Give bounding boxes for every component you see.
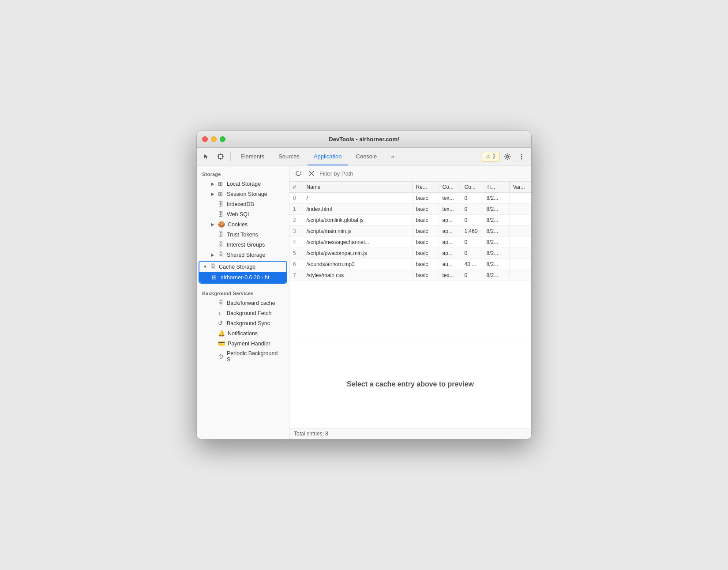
toolbar: Elements Sources Application Console » ⚠… [197, 148, 531, 165]
table-row[interactable]: 4 /scripts/messagechannel... basic ap...… [289, 237, 531, 248]
svg-point-6 [521, 154, 522, 155]
dots-icon [521, 153, 522, 160]
cell-var [509, 215, 531, 226]
cell-num: 2 [289, 215, 303, 226]
settings-button[interactable] [501, 150, 514, 163]
window-title: DevTools - airhorner.com/ [329, 136, 399, 142]
table-row[interactable]: 5 /scripts/pwacompat.min.js basic ap... … [289, 248, 531, 259]
cell-re: basic [412, 226, 439, 237]
close-button[interactable] [202, 136, 208, 142]
col-header-ti: Ti... [483, 182, 509, 193]
sidebar-item-notifications[interactable]: ▶ 🔔 Notifications [199, 328, 287, 338]
cell-co2: 1,460 [461, 226, 483, 237]
cursor-icon-button[interactable] [200, 150, 213, 163]
arrow-icon: ▶ [211, 181, 215, 186]
cell-co1: tex... [439, 204, 461, 215]
preview-text: Select a cache entry above to preview [347, 380, 474, 388]
cell-re: basic [412, 204, 439, 215]
db-icon: 🗄 [218, 241, 224, 248]
cell-name: /scripts/messagechannel... [303, 237, 412, 248]
sidebar-item-session-storage[interactable]: ▶ ⊞ Session Storage [199, 189, 287, 199]
table-row[interactable]: 1 /index.html basic tex... 0 8/2... [289, 204, 531, 215]
filter-bar [289, 165, 531, 182]
cell-co1: tex... [439, 270, 461, 281]
table-row[interactable]: 3 /scripts/main.min.js basic ap... 1,460… [289, 226, 531, 237]
cache-entry-label: airhorner-0.6.20 - ht [221, 274, 269, 281]
cell-co1: ap... [439, 237, 461, 248]
main-content: Storage ▶ ⊞ Local Storage ▶ ⊞ Session St… [197, 165, 531, 439]
db-icon: 🗄 [210, 263, 216, 270]
minimize-button[interactable] [211, 136, 217, 142]
sidebar-item-web-sql[interactable]: ▶ 🗄 Web SQL [199, 209, 287, 219]
sidebar-item-background-sync[interactable]: ▶ ↺ Background Sync [199, 318, 287, 328]
cell-co2: 0 [461, 204, 483, 215]
sidebar-item-label: Back/forward cache [227, 300, 275, 306]
sidebar-item-back-forward-cache[interactable]: ▶ 🗄 Back/forward cache [199, 298, 287, 308]
table-row[interactable]: 0 / basic tex... 0 8/2... [289, 193, 531, 204]
arrow-icon: ▶ [211, 222, 215, 227]
cell-ti: 8/2... [483, 248, 509, 259]
warning-badge[interactable]: ⚠ 2 [482, 152, 499, 161]
sidebar-item-label: Background Sync [227, 320, 270, 326]
cell-num: 7 [289, 270, 303, 281]
cell-name: /scripts/comlink.global.js [303, 215, 412, 226]
table-row[interactable]: 7 /styles/main.css basic tex... 0 8/2... [289, 270, 531, 281]
filter-input[interactable] [319, 170, 528, 177]
sidebar-item-cache-storage[interactable]: ▼ 🗄 Cache Storage [199, 262, 286, 272]
sidebar-item-indexeddb[interactable]: ▶ 🗄 IndexedDB [199, 199, 287, 209]
sidebar-item-label: Notifications [228, 330, 258, 337]
more-menu-button[interactable] [515, 150, 528, 163]
down-arrow-icon: ▼ [203, 264, 207, 269]
sidebar-item-payment-handler[interactable]: ▶ 💳 Payment Handler [199, 338, 287, 349]
sidebar-item-label: Interest Groups [227, 242, 265, 248]
gear-icon [504, 153, 511, 160]
sidebar-item-trust-tokens[interactable]: ▶ 🗄 Trust Tokens [199, 229, 287, 240]
refresh-button[interactable] [293, 168, 304, 179]
cache-storage-container: ▼ 🗄 Cache Storage ⊞ airhorner-0.6.20 - h… [199, 261, 287, 284]
table-row[interactable]: 6 /sounds/airhorn.mp3 basic au... 40,...… [289, 259, 531, 270]
sidebar-item-background-fetch[interactable]: ▶ ↕ Background Fetch [199, 308, 287, 318]
tab-console[interactable]: Console [350, 148, 383, 165]
cell-co2: 0 [461, 270, 483, 281]
bell-icon: 🔔 [218, 330, 225, 337]
col-header-num: # [289, 182, 303, 193]
sidebar-item-cookies[interactable]: ▶ 🍪 Cookies [199, 219, 287, 229]
cell-ti: 8/2... [483, 226, 509, 237]
storage-section-label: Storage [197, 169, 289, 179]
cell-co1: ap... [439, 226, 461, 237]
clear-button[interactable] [306, 168, 317, 179]
svg-marker-9 [300, 171, 301, 172]
sidebar-item-periodic-background[interactable]: ▶ ⏱ Periodic Background S [199, 349, 287, 364]
sidebar-item-interest-groups[interactable]: ▶ 🗄 Interest Groups [199, 240, 287, 250]
cell-co2: 0 [461, 193, 483, 204]
sidebar-item-cache-entry[interactable]: ⊞ airhorner-0.6.20 - ht [199, 272, 286, 283]
content-panel: # Name Re... Co... Co... Ti... Var... 0 … [289, 165, 531, 439]
arrow-icon: ▶ [211, 191, 215, 196]
sidebar-item-local-storage[interactable]: ▶ ⊞ Local Storage [199, 179, 287, 189]
cookie-icon: 🍪 [218, 221, 225, 228]
svg-point-7 [521, 156, 522, 157]
cell-var [509, 248, 531, 259]
col-header-co1: Co... [439, 182, 461, 193]
cell-co2: 0 [461, 237, 483, 248]
storage-icon: ⊞ [218, 180, 224, 187]
cell-co1: ap... [439, 248, 461, 259]
grid-icon: ⊞ [212, 274, 218, 281]
title-bar: DevTools - airhorner.com/ [197, 131, 531, 148]
svg-point-5 [507, 155, 509, 158]
cell-name: /index.html [303, 204, 412, 215]
cell-name: /scripts/main.min.js [303, 226, 412, 237]
tab-more[interactable]: » [385, 148, 400, 165]
table-row[interactable]: 2 /scripts/comlink.global.js basic ap...… [289, 215, 531, 226]
fetch-icon: ↕ [218, 310, 224, 316]
tab-application[interactable]: Application [308, 148, 348, 165]
status-text: Total entries: 8 [294, 431, 328, 437]
cell-num: 0 [289, 193, 303, 204]
table-header-row: # Name Re... Co... Co... Ti... Var... [289, 182, 531, 193]
tab-elements[interactable]: Elements [234, 148, 270, 165]
cell-num: 5 [289, 248, 303, 259]
sidebar-item-shared-storage[interactable]: ▶ 🗄 Shared Storage [199, 250, 287, 260]
maximize-button[interactable] [220, 136, 225, 142]
inspect-icon-button[interactable] [214, 150, 227, 163]
tab-sources[interactable]: Sources [272, 148, 306, 165]
